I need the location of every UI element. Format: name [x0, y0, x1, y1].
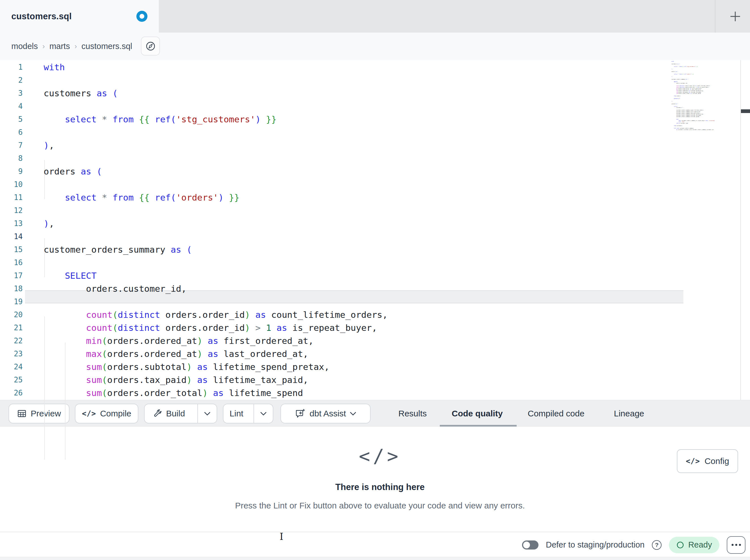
panel-tab-compiled-code[interactable]: Compiled code [528, 400, 585, 427]
window-bottom-edge [0, 557, 750, 560]
line-number: 12 [0, 204, 23, 217]
line-number: 8 [0, 152, 23, 165]
code-line-8[interactable] [44, 152, 682, 165]
code-line-21[interactable]: count(distinct orders.order_id) > 1 as i… [44, 321, 682, 334]
empty-state-subtitle: Press the Lint or Fix button above to ev… [0, 501, 750, 511]
panel-tab-results[interactable]: Results [398, 400, 427, 427]
code-line-22[interactable]: min(orders.ordered_at) as first_ordered_… [44, 334, 682, 347]
code-line-6[interactable] [44, 126, 682, 139]
compile-button[interactable]: </> Compile [75, 403, 138, 423]
code-line-10[interactable] [44, 178, 682, 191]
code-line-11[interactable]: select * from {{ ref('orders') }} [44, 191, 682, 204]
toggle-knob [523, 542, 530, 548]
ready-status-label: Ready [688, 540, 712, 549]
line-number: 16 [0, 256, 23, 269]
code-line-16[interactable] [44, 256, 682, 269]
code-line-7[interactable]: ), [44, 139, 682, 152]
panel-tab-lineage[interactable]: Lineage [614, 400, 644, 427]
build-options-button[interactable] [197, 404, 217, 423]
config-button-label: Config [705, 456, 729, 466]
breadcrumb-row: models › marts › customers.sql Save [0, 33, 750, 60]
tab-bar-divider [715, 0, 715, 33]
code-line-26[interactable]: sum(orders.order_total) as lifetime_spen… [44, 386, 682, 399]
lint-options-button[interactable] [254, 404, 273, 423]
file-tab-customers-sql[interactable]: customers.sql [0, 0, 159, 33]
code-line-19[interactable] [44, 295, 682, 308]
breadcrumb-separator: › [75, 42, 77, 51]
code-line-20[interactable]: count(distinct orders.order_id) as count… [44, 308, 682, 321]
wrench-icon [153, 409, 162, 418]
breadcrumb: models › marts › customers.sql [11, 33, 132, 60]
chevron-down-icon [350, 412, 356, 416]
ready-status-badge: Ready [669, 537, 719, 553]
code-line-5[interactable]: select * from {{ ref('stg_customers') }} [44, 113, 682, 126]
code-line-4[interactable] [44, 100, 682, 113]
breadcrumb-item-marts[interactable]: marts [50, 42, 70, 51]
build-button-label: Build [166, 409, 185, 418]
config-button[interactable]: </> Config [677, 449, 738, 473]
line-number: 4 [0, 100, 23, 113]
line-number: 26 [0, 386, 23, 399]
defer-toggle[interactable] [522, 540, 538, 549]
preview-button[interactable]: Preview [8, 403, 70, 423]
code-empty-state-icon: </> [0, 445, 750, 467]
assist-sparkle-chat-icon [295, 408, 306, 419]
line-number: 21 [0, 321, 23, 334]
code-line-13[interactable]: ), [44, 217, 682, 230]
panel-resize-grip[interactable] [741, 109, 750, 113]
editor-minimap[interactable]: with customers as ( select * from {{ ref… [671, 61, 727, 130]
code-line-3[interactable]: customers as ( [44, 87, 682, 100]
code-line-14[interactable] [44, 230, 682, 243]
breadcrumb-separator: › [42, 42, 45, 51]
line-number: 6 [0, 126, 23, 139]
line-number-gutter: 1234567891011121314151617181920212223242… [0, 61, 23, 399]
minimap-content: with customers as ( select * from {{ ref… [671, 61, 691, 130]
code-line-1[interactable]: with [44, 61, 682, 74]
code-icon: </> [686, 457, 700, 465]
line-number: 2 [0, 74, 23, 87]
new-tab-button[interactable] [720, 0, 750, 33]
action-toolbar: Preview </> Compile Build Lint [0, 400, 750, 427]
code-line-18[interactable]: orders.customer_id, [44, 282, 682, 295]
results-panel: </> There is nothing here Press the Lint… [0, 427, 750, 532]
code-line-17[interactable]: SELECT [44, 269, 682, 282]
lint-split-button: Lint [223, 403, 273, 423]
lint-button[interactable]: Lint [223, 404, 250, 423]
code-line-12[interactable] [44, 204, 682, 217]
line-number: 25 [0, 373, 23, 386]
unsaved-changes-dot-icon [136, 11, 147, 22]
chevron-down-icon [204, 412, 211, 416]
help-icon[interactable]: ? [652, 540, 662, 550]
dbt-assist-button[interactable]: dbt Assist [280, 403, 371, 423]
table-icon [17, 409, 27, 418]
breadcrumb-item-models[interactable]: models [11, 42, 38, 51]
code-lines[interactable]: with customers as ( select * from {{ ref… [44, 61, 682, 399]
line-number: 1 [0, 61, 23, 74]
line-number: 19 [0, 295, 23, 308]
line-number: 13 [0, 217, 23, 230]
more-options-button[interactable] [727, 536, 746, 554]
defer-label: Defer to staging/production [546, 540, 645, 549]
build-button[interactable]: Build [145, 404, 193, 423]
line-number: 20 [0, 308, 23, 321]
panel-tab-code-quality[interactable]: Code quality [452, 400, 503, 427]
chevron-down-icon [260, 412, 267, 416]
code-line-24[interactable]: sum(orders.subtotal) as lifetime_spend_p… [44, 360, 682, 373]
code-line-2[interactable] [44, 74, 682, 87]
explore-lineage-button[interactable] [141, 37, 160, 56]
line-number: 17 [0, 269, 23, 282]
line-number: 9 [0, 165, 23, 178]
preview-button-label: Preview [31, 409, 61, 418]
breadcrumb-item-customers-sql[interactable]: customers.sql [81, 42, 132, 51]
code-line-25[interactable]: sum(orders.tax_paid) as lifetime_tax_pai… [44, 373, 682, 386]
plus-icon [729, 10, 742, 23]
dbt-ide-window: customers.sql models › marts › customers… [0, 0, 750, 560]
code-line-15[interactable]: customer_orders_summary as ( [44, 243, 682, 256]
empty-state-title: There is nothing here [0, 482, 750, 492]
code-line-9[interactable]: orders as ( [44, 165, 682, 178]
compile-button-label: Compile [100, 409, 131, 418]
line-number: 22 [0, 334, 23, 347]
code-line-23[interactable]: max(orders.ordered_at) as last_ordered_a… [44, 347, 682, 360]
line-number: 11 [0, 191, 23, 204]
ellipsis-icon [732, 544, 733, 546]
